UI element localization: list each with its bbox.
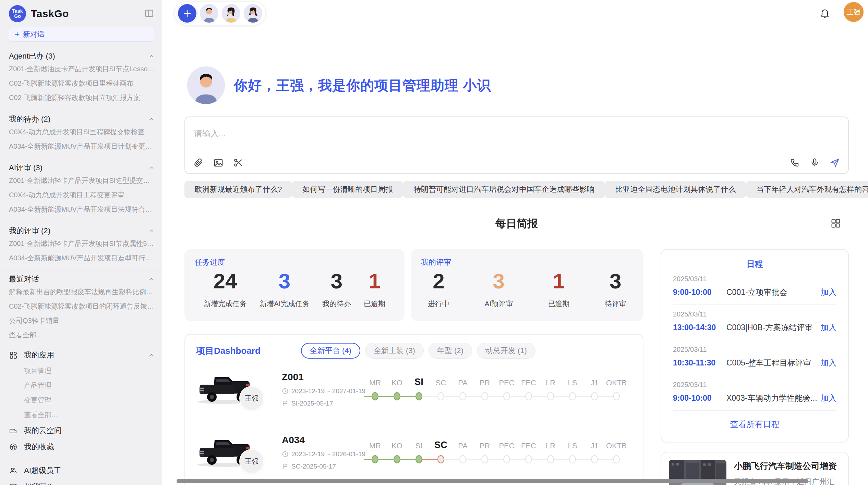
recent-chat-item[interactable]: 解释最新出台的欧盟报废车法规再生塑料比例被调至15%... bbox=[9, 285, 155, 299]
avatar-member-2[interactable] bbox=[222, 4, 240, 23]
apps-view-all[interactable]: 查看全部... bbox=[9, 408, 155, 422]
milestone-node[interactable] bbox=[503, 455, 510, 463]
schedule-card: 日程 2025/03/11 9:00-10:00 C001-立项审批会 加入 2… bbox=[661, 249, 849, 443]
milestone-node[interactable] bbox=[372, 455, 378, 463]
milestone-node[interactable] bbox=[415, 392, 422, 400]
sidebar-item-help-write[interactable]: 帮我写作 bbox=[9, 479, 155, 485]
chevron-up-icon[interactable] bbox=[148, 53, 155, 60]
chevron-up-icon[interactable] bbox=[148, 116, 155, 123]
horizontal-scrollbar[interactable] bbox=[177, 479, 808, 483]
stat-in-progress: 2 进行中 bbox=[428, 268, 449, 309]
chevron-up-icon[interactable] bbox=[148, 352, 155, 359]
milestone-node[interactable] bbox=[459, 392, 466, 400]
milestone-node[interactable] bbox=[437, 392, 444, 400]
suggestion-chip[interactable]: 欧洲新规最近颁布了什么? bbox=[184, 181, 292, 198]
recent-chat-item[interactable]: 公司Q3轻卡销量 bbox=[9, 313, 155, 328]
view-all-schedule-link[interactable]: 查看所有日程 bbox=[673, 419, 836, 430]
sidebar-item[interactable]: C02-飞腾新能源轻客改款项目立项汇报方案 bbox=[9, 90, 155, 105]
phone-call-icon[interactable] bbox=[790, 158, 800, 168]
milestone-node[interactable] bbox=[394, 392, 400, 400]
milestone-node[interactable] bbox=[394, 455, 400, 463]
join-button[interactable]: 加入 bbox=[821, 322, 836, 333]
sidebar-item[interactable]: C0X4-动力总成开发项目工程变更评审 bbox=[9, 188, 155, 202]
milestone-node[interactable] bbox=[613, 392, 620, 400]
app-item-project-mgmt[interactable]: 项目管理 bbox=[9, 363, 155, 378]
avatar-member-1[interactable] bbox=[200, 4, 218, 23]
join-button[interactable]: 加入 bbox=[821, 393, 836, 403]
milestone-node[interactable] bbox=[503, 392, 510, 400]
sidebar-collapse-icon[interactable] bbox=[144, 8, 154, 18]
project-row-z001[interactable]: 王强 Z001 2023-12-19 ~ 2027-01-19 SI-2025-… bbox=[185, 371, 643, 425]
section-header[interactable]: Agent已办 (3) bbox=[9, 51, 155, 62]
sidebar-item[interactable]: Z001-全新燃油皮卡产品开发项目SI节点Lesson Learn报告 bbox=[9, 62, 155, 76]
send-icon[interactable] bbox=[830, 158, 840, 168]
sidebar-item-ai-staff[interactable]: AI超级员工 bbox=[9, 462, 155, 479]
milestone-label: SC bbox=[436, 374, 446, 387]
section-header[interactable]: AI评审 (3) bbox=[9, 162, 155, 173]
join-button[interactable]: 加入 bbox=[821, 358, 836, 368]
sidebar-item[interactable]: C02-飞腾新能源轻客改款项目里程碑画布 bbox=[9, 76, 155, 90]
tab-year-model[interactable]: 年型 (2) bbox=[429, 343, 472, 359]
notification-bell-icon[interactable] bbox=[819, 8, 830, 18]
suggestion-chip[interactable]: 当下年轻人对汽车外观有怎样的喜好趋势 bbox=[746, 181, 868, 198]
milestone-node[interactable] bbox=[613, 455, 620, 463]
recent-chat-item[interactable]: C02-飞腾新能源轻客改款项目的闭环通告反馈情况 bbox=[9, 299, 155, 313]
sidebar-item[interactable]: Z001-全新燃油轻卡产品开发项目SI造型提交物评审 bbox=[9, 173, 155, 188]
sidebar-item-favorites[interactable]: 我的收藏 bbox=[9, 439, 155, 455]
main-area: 王强 你好，王强，我是你的项目管理助理 小识 请输入... 欧洲新规最近颁布了什… bbox=[162, 0, 868, 485]
section-header[interactable]: 最近对话 bbox=[9, 274, 155, 285]
milestone-node[interactable] bbox=[437, 455, 444, 463]
project-row-a034[interactable]: 王强 A034 2023-12-19 ~ 2026-01-19 SC-2025-… bbox=[185, 434, 643, 485]
chevron-up-icon[interactable] bbox=[148, 227, 155, 234]
section-header[interactable]: 我的评审 (2) bbox=[9, 225, 155, 236]
milestone-node[interactable] bbox=[525, 392, 532, 400]
tab-new-body[interactable]: 全新上装 (3) bbox=[365, 343, 424, 359]
suggestion-chip[interactable]: 比亚迪全固态电池计划具体说了什么 bbox=[605, 181, 746, 198]
app-item-product-mgmt[interactable]: 产品管理 bbox=[9, 378, 155, 393]
schedule-date: 2025/03/11 bbox=[673, 346, 836, 353]
sidebar-item-my-apps[interactable]: 我的应用 bbox=[9, 347, 155, 363]
milestone-node[interactable] bbox=[569, 392, 576, 400]
sidebar-item-cloud-space[interactable]: 我的云空间 bbox=[9, 422, 155, 439]
sidebar-item[interactable]: Z001-全新燃油轻卡产品开发项目SI节点属性5D文件评审 bbox=[9, 236, 155, 251]
milestone-node[interactable] bbox=[459, 455, 466, 463]
sidebar-item[interactable]: A034-全新新能源MUV产品开发项目造型可行性评审 bbox=[9, 251, 155, 265]
schedule-item: 2025/03/11 9:00-10:00 C001-立项审批会 加入 bbox=[673, 270, 836, 305]
sidebar-item[interactable]: C0X4-动力总成开发项目SI里程碑提交物检查 bbox=[9, 125, 155, 139]
image-icon[interactable] bbox=[213, 158, 224, 168]
join-button[interactable]: 加入 bbox=[821, 287, 836, 298]
suggestion-chip[interactable]: 特朗普可能对进口汽车增税会对中国车企造成哪些影响 bbox=[403, 181, 605, 198]
stat-value: 2 bbox=[428, 268, 449, 294]
scissors-icon[interactable] bbox=[233, 158, 243, 168]
app-item-change-mgmt[interactable]: 变更管理 bbox=[9, 393, 155, 408]
milestone-node[interactable] bbox=[481, 455, 488, 463]
attachment-icon[interactable] bbox=[193, 158, 204, 168]
avatar-member-3[interactable] bbox=[244, 4, 262, 23]
milestone-node[interactable] bbox=[525, 455, 532, 463]
sidebar-item[interactable]: A034-全新新能源MUV产品开发项目法规符合性评审 bbox=[9, 202, 155, 216]
tab-new-platform[interactable]: 全新平台 (4) bbox=[301, 343, 360, 359]
people-icon bbox=[9, 466, 18, 475]
new-chat-button[interactable]: + 新对话 bbox=[9, 27, 155, 42]
chat-input-box[interactable]: 请输入... bbox=[184, 116, 849, 174]
milestone-node[interactable] bbox=[569, 455, 576, 463]
section-header[interactable]: 我的待办 (2) bbox=[9, 114, 155, 125]
microphone-icon[interactable] bbox=[810, 158, 820, 168]
sidebar-item[interactable]: A034-全新新能源MUV产品开发项目计划变更表编写 bbox=[9, 139, 155, 153]
milestone-node[interactable] bbox=[481, 392, 488, 400]
recent-view-all[interactable]: 查看全部... bbox=[9, 328, 155, 342]
add-member-button[interactable] bbox=[178, 4, 196, 23]
milestone-node[interactable] bbox=[591, 392, 598, 400]
user-avatar[interactable]: 王强 bbox=[844, 2, 864, 22]
milestone-node[interactable] bbox=[547, 392, 554, 400]
milestone-node[interactable] bbox=[415, 455, 422, 463]
tab-powertrain[interactable]: 动总开发 (1) bbox=[477, 343, 535, 359]
milestone-node[interactable] bbox=[372, 392, 378, 400]
briefing-layout-icon[interactable] bbox=[830, 218, 841, 229]
daily-briefing-title: 每日简报 bbox=[184, 216, 849, 231]
chevron-up-icon[interactable] bbox=[148, 164, 155, 171]
chevron-up-icon[interactable] bbox=[148, 276, 155, 283]
milestone-node[interactable] bbox=[547, 455, 554, 463]
suggestion-chip[interactable]: 如何写一份清晰的项目周报 bbox=[292, 181, 403, 198]
milestone-node[interactable] bbox=[591, 455, 598, 463]
